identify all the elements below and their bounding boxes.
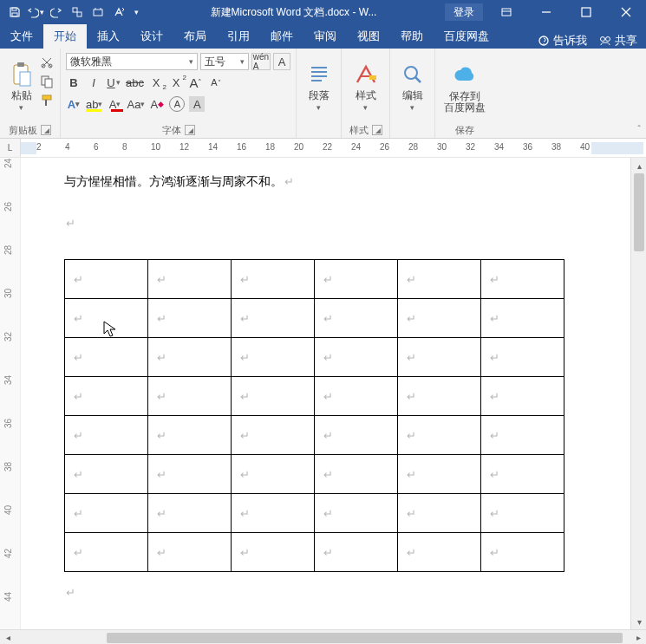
table-cell[interactable]: ↵ xyxy=(315,455,398,494)
table-cell[interactable]: ↵ xyxy=(398,416,481,455)
table-cell[interactable]: ↵ xyxy=(232,455,315,494)
table-cell[interactable]: ↵ xyxy=(148,338,232,377)
table-cell[interactable]: ↵ xyxy=(398,494,481,533)
table-cell[interactable]: ↵ xyxy=(148,299,232,338)
tab-baidu[interactable]: 百度网盘 xyxy=(434,24,499,49)
table-cell[interactable]: ↵ xyxy=(65,299,148,338)
table-cell[interactable]: ↵ xyxy=(315,416,398,455)
table-cell[interactable]: ↵ xyxy=(481,299,564,338)
document-table[interactable]: ↵↵↵↵↵↵↵↵↵↵↵↵↵↵↵↵↵↵↵↵↵↵↵↵↵↵↵↵↵↵↵↵↵↵↵↵↵↵↵↵… xyxy=(64,259,564,572)
table-cell[interactable]: ↵ xyxy=(65,377,148,416)
minimize-icon[interactable] xyxy=(526,0,566,24)
tab-design[interactable]: 设计 xyxy=(130,24,173,49)
strike-icon[interactable]: abc xyxy=(126,75,144,90)
table-cell[interactable]: ↵ xyxy=(148,455,232,494)
table-cell[interactable]: ↵ xyxy=(481,455,564,494)
qat-more-icon[interactable]: ▾ xyxy=(130,3,142,22)
shrink-font-icon[interactable]: A˅ xyxy=(208,75,224,90)
scroll-right-icon[interactable]: ▸ xyxy=(630,630,646,645)
tab-insert[interactable]: 插入 xyxy=(87,24,130,49)
tab-view[interactable]: 视图 xyxy=(347,24,390,49)
table-cell[interactable]: ↵ xyxy=(315,494,398,533)
table-cell[interactable]: ↵ xyxy=(148,533,232,572)
tell-me[interactable]: 告诉我 xyxy=(538,33,587,49)
tab-mail[interactable]: 邮件 xyxy=(260,24,303,49)
char-border-icon[interactable]: A xyxy=(273,53,290,70)
table-cell[interactable]: ↵ xyxy=(398,455,481,494)
scrollbar-thumb[interactable] xyxy=(634,173,644,251)
scroll-up-icon[interactable]: ▴ xyxy=(631,158,646,173)
tab-home[interactable]: 开始 xyxy=(43,24,87,49)
table-cell[interactable]: ↵ xyxy=(232,494,315,533)
cut-icon[interactable] xyxy=(39,55,55,70)
share-button[interactable]: 共享 xyxy=(599,33,637,49)
table-cell[interactable]: ↵ xyxy=(65,455,148,494)
bold-icon[interactable]: B xyxy=(66,75,82,90)
table-cell[interactable]: ↵ xyxy=(315,260,398,299)
scroll-down-icon[interactable]: ▾ xyxy=(631,614,646,629)
table-cell[interactable]: ↵ xyxy=(481,260,564,299)
table-cell[interactable]: ↵ xyxy=(398,299,481,338)
table-cell[interactable]: ↵ xyxy=(65,260,148,299)
ribbon-options-icon[interactable] xyxy=(486,0,526,24)
table-cell[interactable]: ↵ xyxy=(315,533,398,572)
qat-icon[interactable] xyxy=(88,3,108,22)
highlight-icon[interactable]: ab▾ xyxy=(86,96,102,112)
dialog-launcher-icon[interactable] xyxy=(41,125,51,135)
scroll-left-icon[interactable]: ◂ xyxy=(0,630,16,645)
table-cell[interactable]: ↵ xyxy=(65,338,148,377)
horizontal-scrollbar[interactable]: ◂ ▸ xyxy=(0,629,646,644)
format-painter-icon[interactable] xyxy=(39,93,55,108)
table-cell[interactable]: ↵ xyxy=(398,533,481,572)
table-cell[interactable]: ↵ xyxy=(481,377,564,416)
save-baidu-button[interactable]: 保存到 百度网盘 xyxy=(440,51,489,122)
table-cell[interactable]: ↵ xyxy=(481,494,564,533)
font-name-combo[interactable]: 微软雅黑▾ xyxy=(66,53,198,70)
styles-button[interactable]: 样式▾ xyxy=(347,51,384,122)
table-cell[interactable]: ↵ xyxy=(398,377,481,416)
table-cell[interactable]: ↵ xyxy=(315,377,398,416)
table-cell[interactable]: ↵ xyxy=(398,338,481,377)
table-cell[interactable]: ↵ xyxy=(232,533,315,572)
paragraph-button[interactable]: 段落▾ xyxy=(302,51,336,122)
underline-icon[interactable]: U▾ xyxy=(106,75,121,90)
table-cell[interactable]: ↵ xyxy=(481,338,564,377)
close-icon[interactable] xyxy=(606,0,646,24)
tab-review[interactable]: 审阅 xyxy=(303,24,347,49)
paste-button[interactable]: 粘贴▾ xyxy=(5,51,37,122)
table-cell[interactable]: ↵ xyxy=(481,416,564,455)
char-shading-icon[interactable]: A xyxy=(189,96,205,112)
dialog-launcher-icon[interactable] xyxy=(185,125,195,135)
table-cell[interactable]: ↵ xyxy=(315,299,398,338)
table-cell[interactable]: ↵ xyxy=(148,416,232,455)
text-effects-icon[interactable]: A▾ xyxy=(66,96,82,112)
document-page[interactable]: 与方惺惺相惜。方鸿渐逐渐与周家不和。↵ ↵ ↵↵↵↵↵↵↵↵↵↵↵↵↵↵↵↵↵↵… xyxy=(21,158,630,629)
editing-button[interactable]: 编辑▾ xyxy=(395,51,429,122)
table-cell[interactable]: ↵ xyxy=(315,338,398,377)
table-cell[interactable]: ↵ xyxy=(398,260,481,299)
save-icon[interactable] xyxy=(5,3,24,22)
grow-font-icon[interactable]: A˄ xyxy=(188,75,204,90)
superscript-icon[interactable]: X xyxy=(168,75,184,90)
maximize-icon[interactable] xyxy=(566,0,606,24)
qat-icon[interactable] xyxy=(68,3,87,22)
scrollbar-thumb[interactable] xyxy=(107,633,623,643)
table-cell[interactable]: ↵ xyxy=(232,338,315,377)
table-cell[interactable]: ↵ xyxy=(232,299,315,338)
dialog-launcher-icon[interactable] xyxy=(372,125,382,135)
italic-icon[interactable]: I xyxy=(86,75,101,90)
table-cell[interactable]: ↵ xyxy=(65,533,148,572)
table-cell[interactable]: ↵ xyxy=(232,377,315,416)
tab-references[interactable]: 引用 xyxy=(217,24,260,49)
table-cell[interactable]: ↵ xyxy=(148,260,232,299)
vertical-scrollbar[interactable]: ▴ ▾ xyxy=(630,158,646,629)
font-color-icon[interactable]: A▾ xyxy=(107,96,122,112)
table-cell[interactable]: ↵ xyxy=(232,260,315,299)
vertical-ruler[interactable]: 2426283032343638404244 xyxy=(0,158,21,629)
font-size-combo[interactable]: 五号▾ xyxy=(200,53,249,70)
table-cell[interactable]: ↵ xyxy=(232,416,315,455)
tab-help[interactable]: 帮助 xyxy=(390,24,434,49)
subscript-icon[interactable]: X xyxy=(148,75,164,90)
table-cell[interactable]: ↵ xyxy=(148,377,232,416)
change-case-icon[interactable]: Aa▾ xyxy=(127,96,145,112)
